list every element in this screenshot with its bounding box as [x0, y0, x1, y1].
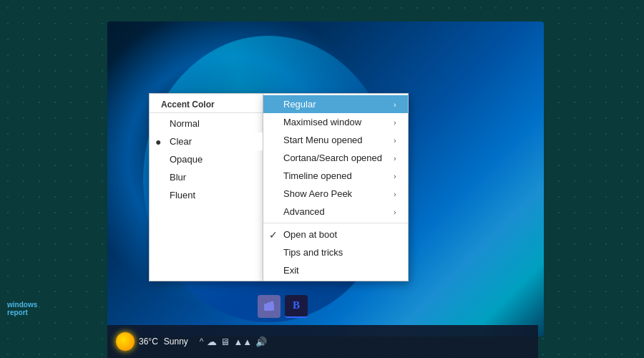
- submenu-item-regular[interactable]: Regular ›: [263, 95, 408, 113]
- submenu-item-tips-and-tricks[interactable]: Tips and tricks: [263, 243, 408, 261]
- windows-report-watermark: windows report: [7, 301, 37, 316]
- submenu-item-start-menu-label: Start Menu opened: [283, 135, 363, 145]
- submenu-item-advanced[interactable]: Advanced ›: [263, 203, 408, 221]
- menu-item-blur[interactable]: Blur: [150, 168, 263, 186]
- accent-color-menu: Accent Color Normal ● Clear Opaque Blur …: [149, 93, 263, 281]
- submenu-item-exit-label: Exit: [283, 265, 299, 276]
- weather-condition: Sunny: [164, 337, 188, 347]
- menu-item-opaque-label: Opaque: [170, 154, 203, 165]
- teams-taskbar-icon[interactable]: [258, 295, 280, 318]
- arrow-icon-start-menu: ›: [382, 136, 396, 145]
- weather-sun-icon: [116, 332, 135, 351]
- arrow-icon-regular: ›: [382, 100, 396, 109]
- submenu-item-maximised-window[interactable]: Maximised window ›: [263, 113, 408, 131]
- menu-header-accent-color: Accent Color: [150, 95, 263, 113]
- menu-item-clear[interactable]: ● Clear: [150, 132, 263, 150]
- submenu-item-tips-label: Tips and tricks: [283, 247, 343, 258]
- menu-item-fluent[interactable]: Fluent: [150, 186, 263, 204]
- cloud-icon: ☁: [207, 336, 217, 347]
- submenu-item-maximised-window-label: Maximised window: [283, 117, 361, 127]
- b-taskbar-icon[interactable]: B: [285, 295, 308, 318]
- volume-icon: 🔊: [255, 337, 267, 347]
- menu-separator: [263, 223, 408, 223]
- submenu: Regular › Maximised window › Start Menu …: [263, 93, 409, 281]
- arrow-icon-cortana: ›: [382, 154, 396, 163]
- menu-item-normal-label: Normal: [170, 118, 200, 129]
- arrow-icon-advanced: ›: [382, 208, 396, 216]
- taskbar: 36°C Sunny ^ ☁ 🖥 ▲▲ 🔊: [107, 325, 538, 358]
- menu-item-fluent-label: Fluent: [170, 190, 195, 200]
- arrow-icon-maximised: ›: [382, 118, 396, 127]
- weather-temperature: 36°C: [139, 337, 158, 347]
- wifi-icon: ▲▲: [233, 337, 252, 347]
- menu-item-blur-label: Blur: [170, 172, 186, 183]
- submenu-item-cortana[interactable]: Cortana/Search opened ›: [263, 149, 408, 167]
- context-menu-container: Accent Color Normal ● Clear Opaque Blur …: [149, 93, 409, 281]
- submenu-item-start-menu-opened[interactable]: Start Menu opened ›: [263, 131, 408, 149]
- monitor-icon: 🖥: [220, 337, 230, 347]
- check-icon-open-at-boot: ✓: [269, 229, 278, 241]
- svg-point-2: [270, 301, 274, 305]
- arrow-icon-aero-peek: ›: [382, 190, 396, 198]
- watermark-line1: windows: [7, 301, 37, 309]
- check-icon-clear: ●: [155, 136, 161, 147]
- submenu-item-show-aero-peek[interactable]: Show Aero Peek ›: [263, 185, 408, 203]
- menu-item-normal[interactable]: Normal: [150, 115, 263, 132]
- submenu-item-cortana-label: Cortana/Search opened: [283, 153, 382, 163]
- arrow-icon-timeline: ›: [382, 172, 396, 180]
- menu-item-opaque[interactable]: Opaque: [150, 150, 263, 168]
- submenu-item-open-at-boot-label: Open at boot: [283, 229, 337, 240]
- taskbar-system-icons: ^ ☁ 🖥 ▲▲ 🔊: [200, 336, 267, 347]
- menu-item-clear-label: Clear: [170, 136, 192, 147]
- submenu-item-timeline[interactable]: Timeline opened ›: [263, 167, 408, 185]
- submenu-item-advanced-label: Advanced: [283, 206, 325, 217]
- submenu-item-timeline-label: Timeline opened: [283, 170, 352, 181]
- submenu-item-aero-peek-label: Show Aero Peek: [283, 188, 352, 199]
- watermark-line2: report: [7, 309, 28, 316]
- submenu-item-exit[interactable]: Exit: [263, 261, 408, 279]
- submenu-item-open-at-boot[interactable]: ✓ Open at boot: [263, 226, 408, 243]
- submenu-item-regular-label: Regular: [283, 99, 316, 110]
- chevron-up-icon[interactable]: ^: [200, 337, 204, 347]
